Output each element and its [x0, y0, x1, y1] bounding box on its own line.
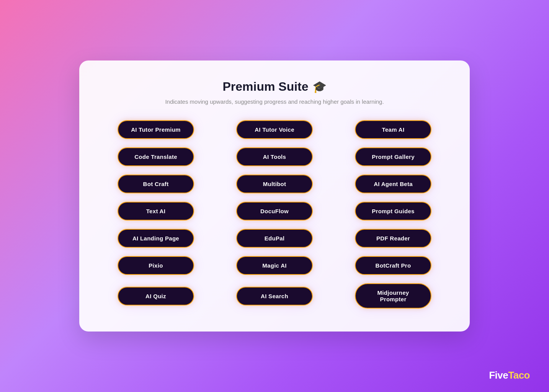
pill-wrap-code-translate: Code Translate [118, 147, 194, 166]
pill-wrap-midjourney-prompter: Midjourney Prompter [355, 283, 431, 309]
pill-wrap-ai-search: AI Search [236, 283, 313, 309]
button-docuflow[interactable]: DocuFlow [236, 202, 313, 220]
pill-wrap-multibot: Multibot [236, 175, 313, 193]
button-pdf-reader[interactable]: PDF Reader [355, 229, 431, 248]
button-ai-tools[interactable]: AI Tools [236, 147, 313, 166]
pill-wrap-magic-ai: Magic AI [236, 256, 313, 275]
button-multibot[interactable]: Multibot [236, 175, 313, 193]
pill-wrap-bot-craft: Bot Craft [118, 175, 194, 193]
graduation-icon: 🎓 [312, 80, 327, 93]
pill-wrap-docuflow: DocuFlow [236, 202, 313, 220]
button-midjourney-prompter[interactable]: Midjourney Prompter [355, 283, 431, 309]
features-grid: AI Tutor PremiumAI Tutor VoiceTeam AICod… [102, 120, 447, 309]
button-ai-agent-beta[interactable]: AI Agent Beta [355, 175, 431, 193]
pill-wrap-ai-tutor-voice: AI Tutor Voice [236, 120, 313, 139]
button-edupal[interactable]: EduPal [236, 229, 313, 248]
button-prompt-gallery[interactable]: Prompt Gallery [355, 147, 431, 166]
button-magic-ai[interactable]: Magic AI [236, 256, 313, 275]
pill-wrap-botcraft-pro: BotCraft Pro [355, 256, 431, 275]
button-text-ai[interactable]: Text AI [118, 202, 194, 220]
page-title: Premium Suite 🎓 [102, 80, 447, 94]
pill-wrap-pixio: Pixio [118, 256, 194, 275]
pill-wrap-ai-tools: AI Tools [236, 147, 313, 166]
button-prompt-guides[interactable]: Prompt Guides [355, 202, 431, 220]
button-botcraft-pro[interactable]: BotCraft Pro [355, 256, 431, 275]
main-card: Premium Suite 🎓 Indicates moving upwards… [79, 60, 470, 332]
button-pixio[interactable]: Pixio [118, 256, 194, 275]
card-header: Premium Suite 🎓 Indicates moving upwards… [102, 80, 447, 105]
title-text: Premium Suite [222, 80, 308, 94]
pill-wrap-ai-landing-page: AI Landing Page [118, 229, 194, 248]
pill-wrap-ai-agent-beta: AI Agent Beta [355, 175, 431, 193]
pill-wrap-text-ai: Text AI [118, 202, 194, 220]
brand-logo: FiveTaco [489, 369, 530, 381]
pill-wrap-edupal: EduPal [236, 229, 313, 248]
page-subtitle: Indicates moving upwards, suggesting pro… [102, 98, 447, 105]
button-code-translate[interactable]: Code Translate [118, 147, 194, 166]
button-bot-craft[interactable]: Bot Craft [118, 175, 194, 193]
pill-wrap-pdf-reader: PDF Reader [355, 229, 431, 248]
button-ai-quiz[interactable]: AI Quiz [118, 287, 194, 305]
button-ai-search[interactable]: AI Search [236, 287, 313, 305]
pill-wrap-ai-quiz: AI Quiz [118, 283, 194, 309]
pill-wrap-prompt-gallery: Prompt Gallery [355, 147, 431, 166]
pill-wrap-team-ai: Team AI [355, 120, 431, 139]
pill-wrap-prompt-guides: Prompt Guides [355, 202, 431, 220]
button-ai-landing-page[interactable]: AI Landing Page [118, 229, 194, 248]
pill-wrap-ai-tutor-premium: AI Tutor Premium [118, 120, 194, 139]
button-team-ai[interactable]: Team AI [355, 120, 431, 139]
button-ai-tutor-premium[interactable]: AI Tutor Premium [118, 120, 194, 139]
button-ai-tutor-voice[interactable]: AI Tutor Voice [236, 120, 313, 139]
